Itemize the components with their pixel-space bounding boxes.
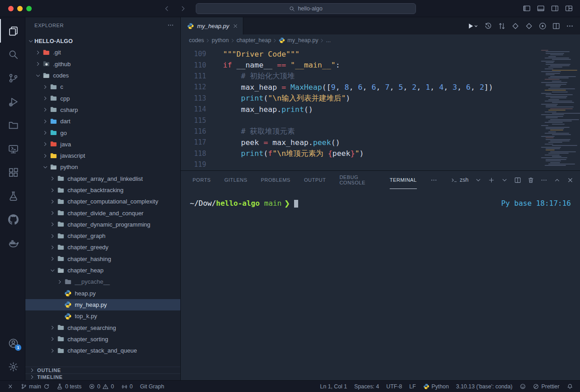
code-line[interactable]: 113 print("\n输入列表并建堆后") <box>181 93 580 104</box>
line-number[interactable]: 115 <box>181 116 206 125</box>
split-editor-button[interactable] <box>552 22 560 30</box>
layout-sidebar-right-icon[interactable] <box>551 5 559 12</box>
new-terminal[interactable] <box>488 177 495 184</box>
status-encoding[interactable]: UTF-8 <box>383 381 406 392</box>
code-editor[interactable]: 109 """Driver Code""" 110 if __name__ ==… <box>181 46 580 170</box>
close-tab-icon[interactable] <box>232 23 238 29</box>
line-number[interactable]: 118 <box>181 150 206 158</box>
line-number[interactable]: 119 <box>181 160 206 169</box>
tree-item-cpp[interactable]: cpp <box>25 92 180 104</box>
status-prettier[interactable]: Prettier <box>529 381 563 392</box>
line-number[interactable]: 113 <box>181 94 206 102</box>
tree-item-chapter_sorting[interactable]: chapter_sorting <box>25 334 180 345</box>
status-notifications[interactable] <box>563 381 577 392</box>
line-number[interactable]: 111 <box>181 72 206 80</box>
run-python-file-button[interactable] <box>467 22 478 30</box>
activity-extensions[interactable] <box>0 160 25 184</box>
layout-sidebar-left-icon[interactable] <box>523 5 531 12</box>
run-or-debug-button[interactable] <box>539 22 546 30</box>
line-number[interactable]: 114 <box>181 105 206 113</box>
status-indentation[interactable]: Spaces: 4 <box>351 381 383 392</box>
status-feedback[interactable] <box>516 381 530 392</box>
tree-item-my_heap.py[interactable]: my_heap.py <box>25 299 180 310</box>
activity-source-control[interactable] <box>0 66 25 90</box>
activity-testing[interactable] <box>0 184 25 208</box>
status-python-interpreter[interactable]: 3.10.13 ('base': conda) <box>453 381 516 392</box>
tree-item-.git[interactable]: .git <box>25 47 180 58</box>
breadcrumb-python[interactable]: python <box>212 37 229 44</box>
command-center-search[interactable]: hello-algo <box>196 3 416 14</box>
tree-item-python[interactable]: python <box>25 161 180 173</box>
line-number[interactable]: 116 <box>181 127 206 136</box>
tree-item-chapter_dynamic_programming[interactable]: chapter_dynamic_programming <box>25 219 180 230</box>
tree-item-dart[interactable]: dart <box>25 116 180 127</box>
tree-item-chapter_computational_complexity[interactable]: chapter_computational_complexity <box>25 196 180 207</box>
minimap[interactable] <box>541 50 575 167</box>
terminal-dropdown[interactable] <box>501 177 508 184</box>
explorer-more-actions-icon[interactable] <box>167 22 174 29</box>
breadcrumb-codes[interactable]: codes <box>189 37 204 44</box>
back-icon[interactable] <box>163 5 170 12</box>
line-number[interactable]: 109 <box>181 50 206 58</box>
more-actions[interactable] <box>541 177 547 184</box>
status-eol[interactable]: LF <box>406 381 419 392</box>
code-line[interactable]: 114 max_heap.print() <box>181 104 580 115</box>
code-line[interactable]: 115 <box>181 115 580 126</box>
tree-item-chapter_stack_and_queue[interactable]: chapter_stack_and_queue <box>25 345 180 356</box>
close-panel[interactable] <box>567 177 574 184</box>
tree-item-chapter_array_and_linkedlist[interactable]: chapter_array_and_linkedlist <box>25 173 180 184</box>
minimize-window-button[interactable] <box>17 6 23 11</box>
tree-item-csharp[interactable]: csharp <box>25 104 180 116</box>
code-line[interactable]: 116 # 获取堆顶元素 <box>181 126 580 137</box>
editor-tab-my_heap.py[interactable]: my_heap.py <box>181 17 243 34</box>
panel-more-tabs-icon[interactable] <box>430 177 437 184</box>
code-line[interactable]: 110 if __name__ == "__main__": <box>181 59 580 70</box>
tree-item-chapter_greedy[interactable]: chapter_greedy <box>25 242 180 253</box>
tree-item-c[interactable]: c <box>25 81 180 92</box>
code-line[interactable]: 112 max_heap = MaxHeap([9, 8, 6, 6, 7, 5… <box>181 82 580 92</box>
tree-item-chapter_divide_and_conquer[interactable]: chapter_divide_and_conquer <box>25 207 180 218</box>
activity-project-library[interactable] <box>0 113 25 137</box>
tree-item-java[interactable]: java <box>25 139 180 150</box>
activity-accounts[interactable]: 1 <box>0 331 25 355</box>
activity-settings[interactable] <box>0 355 25 378</box>
code-line[interactable]: 117 peek = max_heap.peek() <box>181 137 580 148</box>
tree-item-go[interactable]: go <box>25 127 180 138</box>
panel-tab-gitlens[interactable]: GITLENS <box>224 171 247 189</box>
activity-explorer[interactable] <box>0 19 25 43</box>
open-changes-button[interactable] <box>498 22 506 30</box>
next-change-button[interactable] <box>525 22 533 30</box>
tree-item-chapter_backtracking[interactable]: chapter_backtracking <box>25 184 180 196</box>
panel-tab-terminal[interactable]: TERMINAL <box>390 171 417 189</box>
line-number[interactable]: 110 <box>181 61 206 69</box>
status-remote-indicator[interactable] <box>4 381 17 392</box>
split-terminal[interactable] <box>514 177 521 184</box>
kill-terminal[interactable] <box>527 177 534 184</box>
tree-item-top_k.py[interactable]: top_k.py <box>25 310 180 322</box>
activity-remote-explorer[interactable] <box>0 137 25 160</box>
breadcrumb-...[interactable]: ... <box>326 37 330 44</box>
line-number[interactable]: 117 <box>181 138 206 146</box>
close-window-button[interactable] <box>8 6 14 11</box>
code-line[interactable]: 119 <box>181 159 580 170</box>
tree-item-codes[interactable]: codes <box>25 70 180 81</box>
shell-selector[interactable]: zsh <box>451 177 469 184</box>
section-outline[interactable]: OUTLINE <box>25 367 180 373</box>
status-language-mode[interactable]: Python <box>420 381 453 392</box>
status-problems[interactable]: 00 <box>85 381 118 392</box>
tree-item-chapter_graph[interactable]: chapter_graph <box>25 230 180 242</box>
launch-profile[interactable] <box>475 177 482 184</box>
code-line[interactable]: 109 """Driver Code""" <box>181 48 580 59</box>
maximize-panel[interactable] <box>554 177 561 184</box>
activity-run-and-debug[interactable] <box>0 90 25 113</box>
zoom-window-button[interactable] <box>26 6 32 11</box>
status-git-branch[interactable]: main <box>17 381 53 392</box>
panel-tab-debug-console[interactable]: DEBUG CONSOLE <box>339 171 376 189</box>
tree-item-.github[interactable]: .github <box>25 58 180 70</box>
breadcrumb-chapter_heap[interactable]: chapter_heap <box>237 37 271 44</box>
tree-item-hello-algo[interactable]: HELLO-ALGO <box>25 35 180 47</box>
layout-grid-icon[interactable] <box>565 5 573 12</box>
tree-item-chapter_searching[interactable]: chapter_searching <box>25 322 180 333</box>
tree-item-chapter_heap[interactable]: chapter_heap <box>25 265 180 276</box>
tree-item-javascript[interactable]: javascript <box>25 150 180 161</box>
